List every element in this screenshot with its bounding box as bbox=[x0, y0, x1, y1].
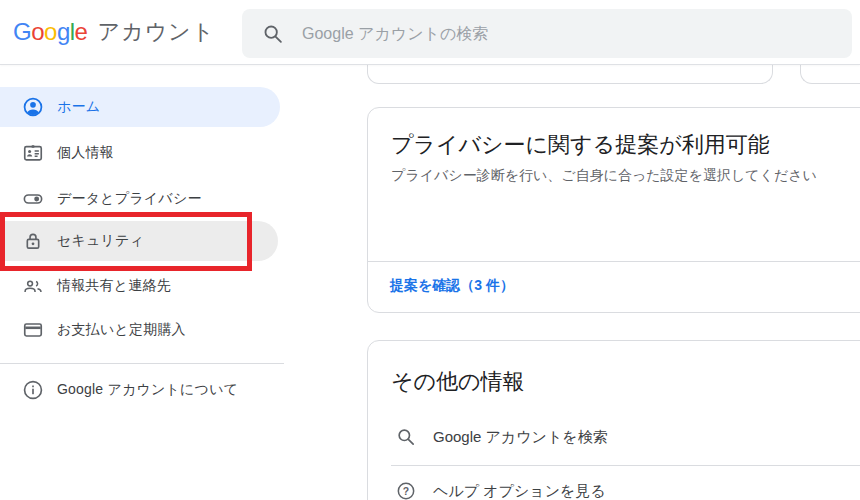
other-info-divider bbox=[391, 465, 860, 466]
sidebar-item-label: 個人情報 bbox=[57, 144, 114, 162]
toggle-icon bbox=[21, 187, 45, 211]
google-logo: Google bbox=[13, 18, 87, 46]
review-suggestions-link[interactable]: 提案を確認（3 件） bbox=[390, 277, 514, 295]
sidebar-item-label: 情報共有と連絡先 bbox=[57, 277, 171, 295]
top-header: Google アカウント bbox=[0, 0, 860, 65]
sidebar-item-label: データとプライバシー bbox=[57, 190, 202, 208]
other-info-title: その他の情報 bbox=[391, 367, 525, 397]
sidebar-item-home[interactable]: ホーム bbox=[0, 87, 280, 127]
account-search-bar[interactable] bbox=[242, 9, 852, 58]
account-circle-icon bbox=[21, 95, 45, 119]
sidebar-item-security[interactable]: セキュリティ bbox=[0, 221, 278, 261]
sidebar-divider bbox=[0, 363, 284, 364]
sidebar-item-label: Google アカウントについて bbox=[57, 381, 238, 399]
privacy-card-divider bbox=[368, 261, 860, 262]
search-icon bbox=[262, 23, 284, 45]
search-account-label: Google アカウントを検索 bbox=[433, 428, 608, 447]
search-input[interactable] bbox=[302, 25, 782, 43]
help-options-row[interactable]: ? ヘルプ オプションを見る bbox=[368, 469, 860, 500]
other-info-card: その他の情報 Google アカウントを検索 ? ヘルプ オプションを見る bbox=[367, 340, 860, 500]
sidebar-item-personal-info[interactable]: 個人情報 bbox=[0, 133, 280, 173]
google-account-page: プライバシーに関する提案が利用可能 プライバシー診断を行い、ご自身に合った設定を… bbox=[0, 0, 860, 500]
logo-product-name: アカウント bbox=[97, 17, 215, 47]
help-options-label: ヘルプ オプションを見る bbox=[433, 482, 606, 500]
sidebar-item-about[interactable]: Google アカウントについて bbox=[0, 370, 280, 410]
sidebar-item-data-privacy[interactable]: データとプライバシー bbox=[0, 179, 280, 219]
lock-icon bbox=[21, 229, 45, 253]
privacy-card-subtitle: プライバシー診断を行い、ご自身に合った設定を選択してください bbox=[391, 167, 817, 185]
sidebar-item-people-sharing[interactable]: 情報共有と連絡先 bbox=[0, 266, 280, 306]
sidebar-item-label: ホーム bbox=[57, 98, 100, 116]
privacy-suggestions-card: プライバシーに関する提案が利用可能 プライバシー診断を行い、ご自身に合った設定を… bbox=[367, 107, 860, 313]
people-icon bbox=[21, 274, 45, 298]
app-logo[interactable]: Google アカウント bbox=[13, 0, 215, 64]
search-account-row[interactable]: Google アカウントを検索 bbox=[368, 415, 860, 459]
info-icon bbox=[21, 378, 45, 402]
sidebar-item-label: お支払いと定期購入 bbox=[57, 321, 186, 339]
id-card-icon bbox=[21, 141, 45, 165]
sidebar-item-label: セキュリティ bbox=[57, 232, 144, 250]
sidebar-item-payments[interactable]: お支払いと定期購入 bbox=[0, 310, 280, 350]
help-icon: ? bbox=[396, 481, 416, 500]
svg-text:?: ? bbox=[403, 486, 409, 497]
privacy-card-title: プライバシーに関する提案が利用可能 bbox=[391, 130, 770, 160]
credit-card-icon bbox=[21, 318, 45, 342]
search-icon bbox=[396, 427, 416, 447]
